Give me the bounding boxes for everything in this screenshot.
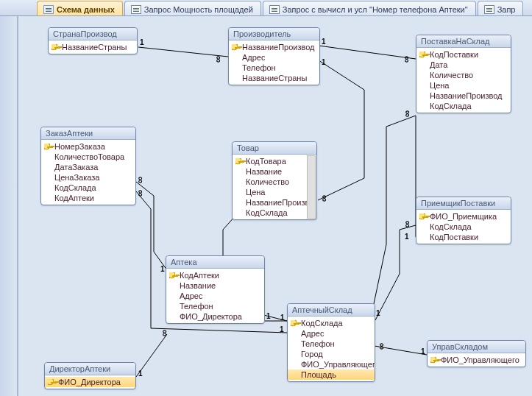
field[interactable]: Площадь (288, 370, 375, 380)
entity-warehouse[interactable]: АптечныйСклад КодСклада Адрес Телефон Го… (287, 303, 375, 382)
field[interactable]: Название (166, 280, 264, 291)
field[interactable]: Город (288, 349, 375, 359)
field[interactable]: НазваниеПроизвод (229, 42, 319, 52)
field[interactable]: НазваниеПроизвод (416, 91, 511, 101)
entity-title[interactable]: ПриемщикПоставки (416, 197, 511, 210)
tab-label: Запрос Мощность площадей (144, 5, 253, 14)
card-one: 1 (140, 38, 144, 46)
entity-title[interactable]: Аптека (166, 256, 264, 269)
tab-query-1[interactable]: Запрос Мощность площадей (124, 1, 261, 15)
field[interactable]: ФИО_Приемщика (416, 211, 511, 222)
card-many: ∞ (216, 56, 222, 63)
tab-label: Запрос с вычисл и усл "Номер телефона Ап… (283, 5, 468, 14)
card-one: 1 (160, 265, 165, 273)
field[interactable]: ФИО_Директора (45, 377, 135, 387)
card-one: 1 (138, 370, 143, 378)
field[interactable]: Цена (233, 187, 316, 197)
tab-schema[interactable]: Схема данных (37, 1, 123, 15)
card-many: ∞ (405, 110, 411, 117)
field[interactable]: Адрес (288, 328, 375, 339)
relationship-canvas[interactable]: 1 ∞ 1 ∞ 1 ∞ ∞ 1 ∞ 1 ∞ 1 1 ∞ 1 1 ∞ ∞ 1 ∞ … (18, 16, 532, 396)
card-many: ∞ (379, 343, 386, 350)
query-icon (131, 5, 141, 14)
field[interactable]: НомерЗаказа (41, 141, 135, 152)
card-many: ∞ (162, 330, 169, 336)
entity-title[interactable]: Товар (233, 142, 316, 155)
entity-product[interactable]: Товар КодТовара Название Количество Цена… (232, 141, 317, 220)
entity-delivery[interactable]: ПоставкаНаСклад КодПоставки Дата Количес… (416, 35, 511, 113)
card-one: 1 (376, 309, 380, 317)
tab-label: Запр (497, 5, 516, 14)
card-one: 1 (280, 314, 285, 322)
card-one: 1 (322, 58, 326, 66)
card-one: 1 (266, 312, 271, 320)
query-icon (484, 5, 494, 14)
left-gutter (0, 16, 18, 396)
field[interactable]: Количество (233, 177, 316, 187)
field[interactable]: ДатаЗаказа (41, 162, 135, 172)
card-one: 1 (280, 325, 284, 333)
card-many: ∞ (404, 56, 411, 63)
field-list: ФИО_Управляющего (428, 353, 525, 367)
field[interactable]: НазваниеПроизв (233, 197, 316, 208)
card-many: ∞ (322, 195, 328, 202)
tab-query-2[interactable]: Запрос с вычисл и усл "Номер телефона Ап… (263, 1, 476, 15)
field[interactable]: НазваниеСтраны (49, 42, 137, 52)
entity-title[interactable]: ДиректорАптеки (45, 363, 135, 375)
field-list: НазваниеСтраны (49, 40, 137, 54)
field[interactable]: КодАптеки (41, 193, 135, 203)
entity-title[interactable]: СтранаПроизвод (49, 28, 137, 40)
field-list: НазваниеПроизвод Адрес Телефон НазваниеС… (229, 40, 319, 85)
card-one: 1 (405, 233, 409, 241)
field[interactable]: КоличествоТовара (41, 152, 135, 162)
field[interactable]: Телефон (166, 301, 264, 311)
tab-label: Схема данных (57, 5, 115, 14)
entity-title[interactable]: Производитель (229, 28, 319, 40)
field[interactable]: Дата (416, 60, 511, 70)
field[interactable]: КодПоставки (416, 232, 511, 242)
entity-director[interactable]: ДиректорАптеки ФИО_Директора (44, 362, 136, 389)
field[interactable]: Количество (416, 70, 511, 80)
field[interactable]: ЦенаЗаказа (41, 172, 135, 183)
entity-title[interactable]: ПоставкаНаСклад (416, 35, 511, 48)
field[interactable]: ФИО_Директора (166, 311, 264, 322)
entity-order[interactable]: ЗаказАптеки НомерЗаказа КоличествоТовара… (40, 127, 136, 205)
field[interactable]: КодПоставки (416, 49, 511, 60)
field[interactable]: Адрес (229, 52, 319, 63)
scrollbar-vertical[interactable] (307, 155, 316, 219)
field[interactable]: КодСклада (416, 101, 511, 111)
field[interactable]: КодСклада (41, 183, 135, 193)
entity-title[interactable]: АптечныйСклад (288, 304, 375, 317)
entity-manager[interactable]: УправСкладом ФИО_Управляющего (427, 340, 526, 367)
field[interactable]: Телефон (288, 339, 375, 349)
card-many: ∞ (138, 177, 144, 183)
field[interactable]: Телефон (229, 63, 319, 73)
entity-pharmacy[interactable]: Аптека КодАптеки Название Адрес Телефон … (166, 255, 265, 324)
field[interactable]: КодТовара (233, 156, 316, 166)
field-list: ФИО_Директора (45, 375, 135, 389)
field[interactable]: НазваниеСтраны (229, 73, 319, 83)
field-list: КодСклада Адрес Телефон Город ФИО_Управл… (288, 317, 375, 381)
entity-manufacturer[interactable]: Производитель НазваниеПроизвод Адрес Тел… (228, 27, 320, 85)
field[interactable]: КодСклада (288, 318, 375, 328)
field-list: НомерЗаказа КоличествоТовара ДатаЗаказа … (41, 140, 135, 205)
entity-title[interactable]: ЗаказАптеки (41, 127, 135, 140)
field-list: КодПоставки Дата Количество Цена Названи… (416, 48, 511, 113)
tab-query-3[interactable]: Запр (478, 1, 524, 15)
field[interactable]: КодАптеки (166, 270, 264, 280)
field[interactable]: ФИО_Управляющего (428, 355, 525, 365)
card-one: 1 (421, 347, 425, 356)
entity-receiver[interactable]: ПриемщикПоставки ФИО_Приемщика КодСклада… (416, 197, 511, 244)
field[interactable]: ФИО_Управляющего (288, 359, 375, 370)
field[interactable]: Цена (416, 80, 511, 91)
card-many: ∞ (138, 190, 144, 197)
entity-title[interactable]: УправСкладом (428, 341, 525, 353)
field[interactable]: Адрес (166, 291, 264, 301)
field[interactable]: Название (233, 166, 316, 177)
field[interactable]: КодСклада (416, 222, 511, 232)
card-many: ∞ (405, 221, 411, 227)
field[interactable]: КодСклада (233, 208, 316, 218)
entity-country[interactable]: СтранаПроизвод НазваниеСтраны (48, 27, 138, 54)
card-one: 1 (322, 38, 326, 46)
field-list: КодАптеки Название Адрес Телефон ФИО_Дир… (166, 269, 264, 323)
